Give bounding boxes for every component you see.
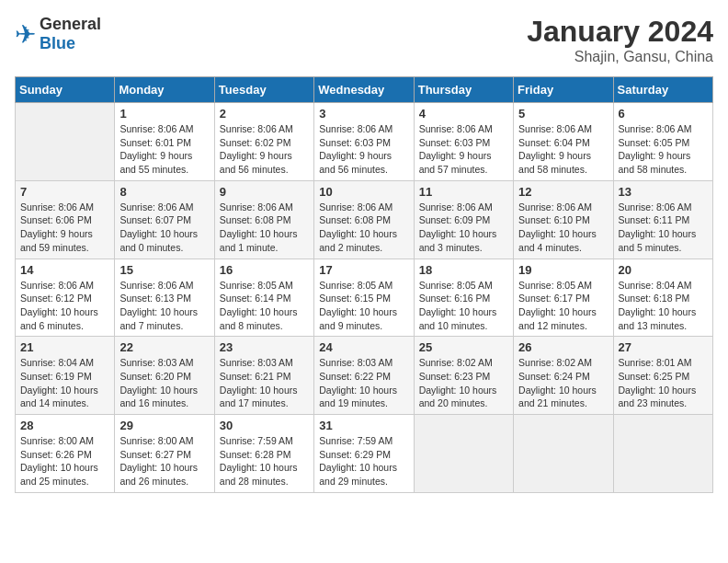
calendar-cell: 8Sunrise: 8:06 AMSunset: 6:07 PMDaylight… xyxy=(115,180,214,259)
day-info: Sunrise: 8:05 AMSunset: 6:16 PMDaylight:… xyxy=(419,279,508,333)
day-number: 11 xyxy=(419,185,508,199)
weekday-header-monday: Monday xyxy=(115,77,214,103)
calendar-cell: 16Sunrise: 8:05 AMSunset: 6:14 PMDayligh… xyxy=(214,259,313,337)
day-number: 14 xyxy=(20,263,109,277)
calendar-week-1: 1Sunrise: 8:06 AMSunset: 6:01 PMDaylight… xyxy=(16,103,713,181)
day-info: Sunrise: 8:02 AMSunset: 6:24 PMDaylight:… xyxy=(518,356,608,410)
calendar-cell: 24Sunrise: 8:03 AMSunset: 6:22 PMDayligh… xyxy=(314,337,414,415)
day-number: 22 xyxy=(119,340,209,354)
calendar-week-4: 21Sunrise: 8:04 AMSunset: 6:19 PMDayligh… xyxy=(16,337,713,415)
calendar-cell: 15Sunrise: 8:06 AMSunset: 6:13 PMDayligh… xyxy=(115,259,214,337)
day-info: Sunrise: 8:05 AMSunset: 6:14 PMDaylight:… xyxy=(220,279,309,333)
day-number: 7 xyxy=(20,185,109,199)
calendar-cell: 17Sunrise: 8:05 AMSunset: 6:15 PMDayligh… xyxy=(314,259,414,337)
day-number: 8 xyxy=(119,185,209,199)
title-block: January 2024 Shajin, Gansu, China xyxy=(527,15,713,65)
day-number: 27 xyxy=(619,340,708,354)
day-number: 2 xyxy=(220,107,309,121)
day-number: 28 xyxy=(20,419,109,432)
calendar-week-3: 14Sunrise: 8:06 AMSunset: 6:12 PMDayligh… xyxy=(16,259,713,337)
calendar-cell: 18Sunrise: 8:05 AMSunset: 6:16 PMDayligh… xyxy=(414,259,513,337)
calendar-cell: 23Sunrise: 8:03 AMSunset: 6:21 PMDayligh… xyxy=(214,337,313,415)
calendar-cell: 10Sunrise: 8:06 AMSunset: 6:08 PMDayligh… xyxy=(314,180,414,259)
calendar-cell xyxy=(514,415,613,493)
day-number: 12 xyxy=(518,185,608,199)
calendar-cell: 1Sunrise: 8:06 AMSunset: 6:01 PMDaylight… xyxy=(115,103,214,181)
day-number: 29 xyxy=(119,419,209,432)
day-info: Sunrise: 8:03 AMSunset: 6:21 PMDaylight:… xyxy=(220,356,309,410)
day-info: Sunrise: 8:06 AMSunset: 6:02 PMDaylight:… xyxy=(220,122,309,177)
day-number: 15 xyxy=(119,263,209,277)
calendar-cell xyxy=(414,415,513,493)
calendar-cell: 11Sunrise: 8:06 AMSunset: 6:09 PMDayligh… xyxy=(414,180,513,259)
day-info: Sunrise: 8:03 AMSunset: 6:22 PMDaylight:… xyxy=(319,356,408,410)
logo-blue: Blue xyxy=(40,34,75,52)
day-number: 3 xyxy=(319,107,408,121)
day-number: 6 xyxy=(619,107,708,121)
day-info: Sunrise: 8:06 AMSunset: 6:03 PMDaylight:… xyxy=(419,122,508,177)
day-number: 17 xyxy=(319,263,408,277)
calendar-cell: 12Sunrise: 8:06 AMSunset: 6:10 PMDayligh… xyxy=(514,180,613,259)
day-info: Sunrise: 8:06 AMSunset: 6:10 PMDaylight:… xyxy=(518,201,608,255)
day-info: Sunrise: 8:05 AMSunset: 6:15 PMDaylight:… xyxy=(319,279,408,333)
day-number: 18 xyxy=(419,263,508,277)
day-number: 16 xyxy=(220,263,309,277)
day-info: Sunrise: 8:04 AMSunset: 6:18 PMDaylight:… xyxy=(619,279,708,333)
day-info: Sunrise: 8:00 AMSunset: 6:26 PMDaylight:… xyxy=(20,434,109,488)
day-info: Sunrise: 8:03 AMSunset: 6:20 PMDaylight:… xyxy=(119,356,209,410)
day-number: 9 xyxy=(220,185,309,199)
day-info: Sunrise: 8:00 AMSunset: 6:27 PMDaylight:… xyxy=(119,434,209,488)
day-number: 4 xyxy=(419,107,508,121)
day-info: Sunrise: 8:06 AMSunset: 6:07 PMDaylight:… xyxy=(119,201,209,255)
day-number: 19 xyxy=(518,263,608,277)
calendar-cell: 14Sunrise: 8:06 AMSunset: 6:12 PMDayligh… xyxy=(16,259,115,337)
calendar-cell: 30Sunrise: 7:59 AMSunset: 6:28 PMDayligh… xyxy=(214,415,313,493)
weekday-header-saturday: Saturday xyxy=(613,77,712,103)
calendar-cell: 19Sunrise: 8:05 AMSunset: 6:17 PMDayligh… xyxy=(514,259,613,337)
day-number: 24 xyxy=(319,340,408,354)
day-number: 10 xyxy=(319,185,408,199)
day-number: 30 xyxy=(220,419,309,432)
day-info: Sunrise: 8:06 AMSunset: 6:08 PMDaylight:… xyxy=(319,201,408,255)
calendar-cell: 31Sunrise: 7:59 AMSunset: 6:29 PMDayligh… xyxy=(314,415,414,493)
calendar-cell: 28Sunrise: 8:00 AMSunset: 6:26 PMDayligh… xyxy=(16,415,115,493)
calendar-cell: 13Sunrise: 8:06 AMSunset: 6:11 PMDayligh… xyxy=(613,180,712,259)
calendar-cell: 4Sunrise: 8:06 AMSunset: 6:03 PMDaylight… xyxy=(414,103,513,181)
day-number: 20 xyxy=(619,263,708,277)
day-number: 1 xyxy=(119,107,209,121)
day-number: 21 xyxy=(20,340,109,354)
calendar-cell: 3Sunrise: 8:06 AMSunset: 6:03 PMDaylight… xyxy=(314,103,414,181)
day-info: Sunrise: 8:04 AMSunset: 6:19 PMDaylight:… xyxy=(20,356,109,410)
day-info: Sunrise: 8:05 AMSunset: 6:17 PMDaylight:… xyxy=(518,279,608,333)
calendar-table: SundayMondayTuesdayWednesdayThursdayFrid… xyxy=(15,76,713,493)
day-info: Sunrise: 8:06 AMSunset: 6:03 PMDaylight:… xyxy=(319,122,408,177)
day-info: Sunrise: 8:06 AMSunset: 6:04 PMDaylight:… xyxy=(518,122,608,177)
calendar-cell: 29Sunrise: 8:00 AMSunset: 6:27 PMDayligh… xyxy=(115,415,214,493)
page-header: ✈ General Blue January 2024 Shajin, Gans… xyxy=(15,15,713,65)
weekday-header-sunday: Sunday xyxy=(16,77,115,103)
calendar-week-5: 28Sunrise: 8:00 AMSunset: 6:26 PMDayligh… xyxy=(16,415,713,493)
day-info: Sunrise: 8:06 AMSunset: 6:05 PMDaylight:… xyxy=(619,122,708,177)
calendar-cell: 5Sunrise: 8:06 AMSunset: 6:04 PMDaylight… xyxy=(514,103,613,181)
day-info: Sunrise: 8:06 AMSunset: 6:01 PMDaylight:… xyxy=(119,122,209,177)
calendar-cell: 25Sunrise: 8:02 AMSunset: 6:23 PMDayligh… xyxy=(414,337,513,415)
weekday-header-wednesday: Wednesday xyxy=(314,77,414,103)
calendar-cell xyxy=(613,415,712,493)
calendar-cell: 6Sunrise: 8:06 AMSunset: 6:05 PMDaylight… xyxy=(613,103,712,181)
day-number: 31 xyxy=(319,419,408,432)
logo-general: General xyxy=(40,15,101,33)
day-info: Sunrise: 7:59 AMSunset: 6:29 PMDaylight:… xyxy=(319,434,408,488)
calendar-cell: 9Sunrise: 8:06 AMSunset: 6:08 PMDaylight… xyxy=(214,180,313,259)
calendar-week-2: 7Sunrise: 8:06 AMSunset: 6:06 PMDaylight… xyxy=(16,180,713,259)
calendar-cell: 7Sunrise: 8:06 AMSunset: 6:06 PMDaylight… xyxy=(16,180,115,259)
day-info: Sunrise: 8:06 AMSunset: 6:06 PMDaylight:… xyxy=(20,201,109,255)
calendar-cell: 22Sunrise: 8:03 AMSunset: 6:20 PMDayligh… xyxy=(115,337,214,415)
day-number: 23 xyxy=(220,340,309,354)
weekday-header-friday: Friday xyxy=(514,77,613,103)
calendar-cell xyxy=(16,103,115,181)
calendar-cell: 21Sunrise: 8:04 AMSunset: 6:19 PMDayligh… xyxy=(16,337,115,415)
day-info: Sunrise: 8:06 AMSunset: 6:12 PMDaylight:… xyxy=(20,279,109,333)
calendar-cell: 26Sunrise: 8:02 AMSunset: 6:24 PMDayligh… xyxy=(514,337,613,415)
logo-icon: ✈ xyxy=(15,19,36,50)
weekday-header-tuesday: Tuesday xyxy=(214,77,313,103)
